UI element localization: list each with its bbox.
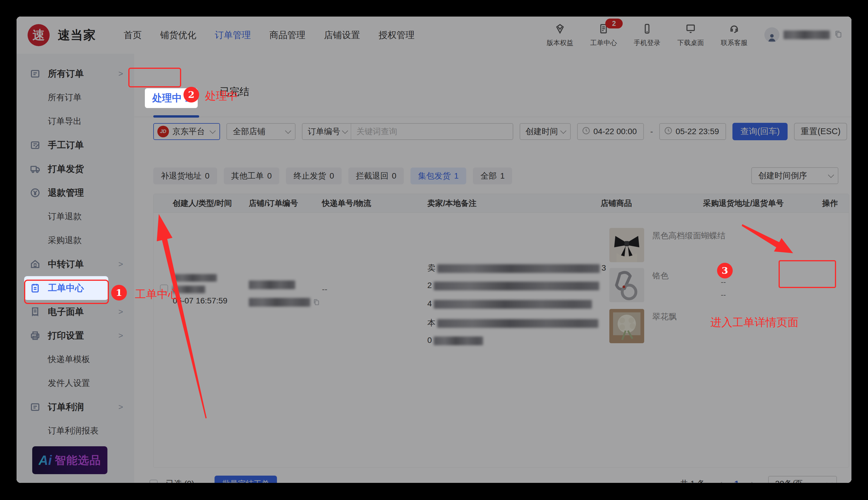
- pill-other-tickets[interactable]: 其他工单0: [224, 168, 279, 184]
- nav-home[interactable]: 首页: [124, 29, 142, 41]
- current-page[interactable]: 1: [734, 479, 739, 483]
- prev-page-icon[interactable]: ‹: [719, 478, 722, 483]
- date-range-dash: -: [650, 127, 653, 136]
- sidebar-item-all-orders[interactable]: 所有订单: [16, 86, 134, 110]
- nav-listing-optimize[interactable]: 铺货优化: [160, 29, 196, 41]
- edit-doc-icon: [30, 140, 41, 150]
- ticket-table: 创建人/类型/时间 店铺/订单编号 快递单号/物流 卖家/本地备注 店铺商品 采…: [153, 194, 849, 468]
- row-checkbox[interactable]: [160, 285, 168, 293]
- chevron-right-icon: >: [118, 307, 123, 317]
- table-header: 创建人/类型/时间 店铺/订单编号 快递单号/物流 卖家/本地备注 店铺商品 采…: [153, 194, 849, 213]
- util-contact-support[interactable]: 联系客服: [721, 23, 747, 47]
- date-end-input[interactable]: 05-22 23:59: [659, 123, 726, 140]
- product-item[interactable]: 黑色高档缎面蝴蝶结: [609, 228, 726, 262]
- chevron-down-icon: [828, 172, 834, 178]
- sidebar-item-waybill-template[interactable]: 快递单模板: [16, 348, 134, 371]
- sidebar-item-e-waybill[interactable]: 电子面单 >: [16, 300, 134, 324]
- product-name: 翠花飘: [652, 311, 677, 343]
- clock-icon: [582, 126, 591, 137]
- chevron-down-icon: [342, 127, 348, 134]
- shop-select[interactable]: 全部店铺: [226, 123, 296, 140]
- pill-intercept-return[interactable]: 拦截退回0: [349, 168, 404, 184]
- search-button[interactable]: 查询(回车): [732, 123, 788, 140]
- app-window: 速当家速 速当家 首页 铺货优化 订单管理 商品管理 店铺设置 授权管理 版本权…: [16, 16, 852, 483]
- headset-icon: [729, 23, 740, 35]
- util-download-desktop[interactable]: 下载桌面: [677, 23, 704, 47]
- sort-order-select[interactable]: 创建时间倒序: [751, 167, 838, 184]
- ticket-type-redacted: [173, 286, 205, 293]
- keyword-input[interactable]: 关键词查询: [351, 126, 397, 137]
- sidebar-item-print-ship[interactable]: 打单发货: [16, 157, 134, 181]
- receipt-icon: [30, 307, 41, 317]
- chevron-down-icon: [560, 127, 567, 134]
- sidebar-item-order-refund[interactable]: 订单退款: [16, 205, 134, 228]
- home-transfer-icon: [30, 259, 41, 270]
- pill-return-address[interactable]: 补退货地址0: [153, 168, 217, 184]
- nav-order-management[interactable]: 订单管理: [215, 29, 251, 41]
- sidebar-item-ticket-center[interactable]: 工单中心: [24, 276, 108, 300]
- batch-finish-button[interactable]: 批量完结工单: [215, 476, 277, 483]
- tracking-value: --: [322, 285, 328, 294]
- clock-icon: [664, 126, 673, 137]
- avatar: [764, 27, 779, 42]
- col-shop-order: 店铺/订单编号: [249, 194, 298, 213]
- col-products: 店铺商品: [601, 194, 632, 213]
- nav-auth-management[interactable]: 授权管理: [379, 29, 414, 41]
- chevron-right-icon: >: [118, 402, 123, 412]
- return-no-value: --: [721, 291, 726, 299]
- select-all-checkbox[interactable]: [149, 480, 158, 483]
- copy-icon[interactable]: [834, 30, 843, 40]
- chevron-right-icon: >: [118, 260, 123, 269]
- sidebar-item-print-settings[interactable]: 打印设置 >: [16, 324, 134, 348]
- col-tracking: 快递单号/物流: [322, 194, 371, 213]
- time-type-select[interactable]: 创建时间: [519, 123, 571, 140]
- pill-bundle-shipment[interactable]: 集包发货1: [411, 168, 466, 184]
- keyword-search-combo: 订单编号 关键词查询: [302, 123, 513, 140]
- next-page-icon[interactable]: ›: [751, 478, 754, 483]
- remark-line: 4: [427, 299, 594, 309]
- tab-finished[interactable]: 已完结: [220, 85, 249, 99]
- sidebar-item-profit-report[interactable]: 订单利润报表: [16, 419, 134, 443]
- sidebar-item-refund-management[interactable]: 退款管理: [16, 181, 134, 205]
- created-time: 05-07 16:57:59: [173, 296, 227, 305]
- pill-stop-shipment[interactable]: 终止发货0: [286, 168, 342, 184]
- sidebar-item-manual-orders[interactable]: 手工订单: [16, 133, 134, 157]
- copy-icon[interactable]: [313, 298, 320, 307]
- order-no-type-select[interactable]: 订单编号: [302, 124, 351, 139]
- sidebar-item-purchase-refund[interactable]: 采购退款: [16, 228, 134, 252]
- sidebar-item-order-profit[interactable]: 订单利润 >: [16, 395, 134, 419]
- phone-icon: [642, 23, 653, 35]
- util-version-benefits[interactable]: 版本权益: [547, 23, 573, 47]
- desktop-icon: [685, 23, 696, 35]
- platform-select[interactable]: JD 京东平台: [153, 123, 220, 140]
- sidebar-item-all-orders-group[interactable]: 所有订单 >: [16, 62, 134, 86]
- col-remarks: 卖家/本地备注: [427, 194, 477, 213]
- reset-button[interactable]: 重置(ESC): [794, 123, 847, 140]
- ai-product-picker-banner[interactable]: Ai 智能选品: [32, 446, 107, 474]
- product-item[interactable]: 铬色: [609, 268, 669, 302]
- page-size-select[interactable]: 20条/页: [768, 476, 837, 483]
- remark-line: 卖3: [427, 262, 606, 273]
- remark-line: 2: [427, 281, 601, 291]
- diamond-icon: [555, 23, 566, 35]
- sidebar-item-order-export[interactable]: 订单导出: [16, 110, 134, 133]
- sidebar-item-sender-settings[interactable]: 发件人设置: [16, 371, 134, 395]
- pill-all[interactable]: 全部1: [473, 168, 512, 184]
- total-count: 共 1 条: [680, 478, 705, 483]
- util-mobile-login[interactable]: 手机登录: [634, 23, 660, 47]
- col-actions: 操作: [822, 194, 838, 213]
- nav-product-management[interactable]: 商品管理: [270, 29, 305, 41]
- chevron-right-icon: >: [118, 69, 123, 78]
- profit-doc-icon: [30, 402, 41, 412]
- nav-shop-settings[interactable]: 店铺设置: [324, 29, 360, 41]
- date-start-input[interactable]: 04-22 00:00: [577, 123, 644, 140]
- user-box[interactable]: [764, 27, 843, 42]
- col-creator: 创建人/类型/时间: [173, 194, 232, 213]
- tabs-bar: 处理中 1 已完结: [134, 54, 852, 117]
- ticket-badge: 2: [605, 19, 623, 29]
- util-ticket-center[interactable]: 2 工单中心: [590, 23, 617, 47]
- sidebar-item-transfer-orders[interactable]: 中转订单 >: [16, 252, 134, 276]
- product-item[interactable]: 翠花飘: [609, 309, 677, 343]
- tab-processing[interactable]: 处理中 1: [145, 88, 198, 108]
- tab-processing-count: 1: [185, 93, 191, 104]
